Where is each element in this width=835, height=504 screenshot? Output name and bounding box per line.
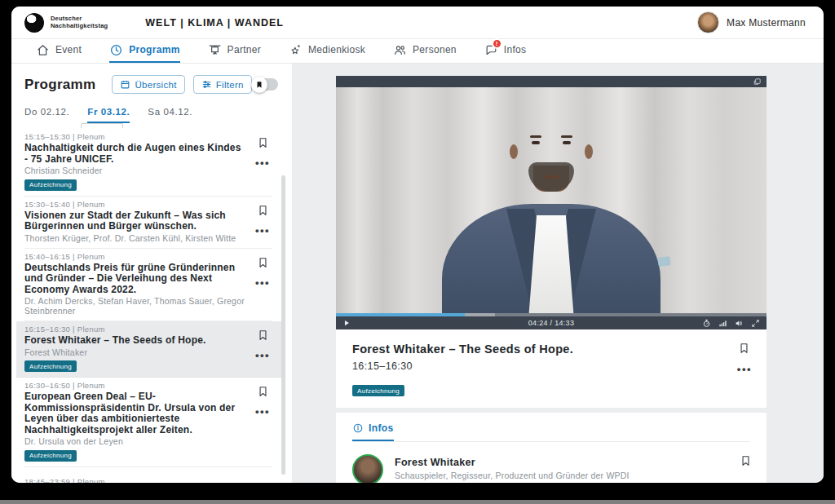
recording-badge: Aufzeichnung — [24, 360, 77, 372]
clock-icon — [109, 43, 123, 57]
item-meta: 15:30–15:40 | Plenum — [24, 200, 245, 210]
more-options-button[interactable]: ••• — [255, 228, 270, 233]
speaker-name: Forest Whitaker — [395, 457, 630, 468]
item-speakers: Dr. Ursula von der Leyen — [24, 436, 245, 446]
speaker-face — [514, 105, 589, 190]
program-list: 15:15–15:30 | Plenum Nachhaltigkeit durc… — [24, 123, 272, 483]
scrolled-item-remnant — [24, 123, 272, 129]
more-options-button[interactable]: ••• — [255, 409, 270, 414]
item-title: Visionen zur Stadt der Zukunft – Was sic… — [24, 210, 245, 232]
logo-text: Deutscher Nachhaltigkeitstag — [51, 15, 108, 29]
item-speakers: Dr. Achim Dercks, Stefan Haver, Thomas S… — [24, 296, 245, 316]
quality-bars-icon[interactable] — [718, 319, 727, 328]
main-nav: Event Programm Partner Medienkiosk Perso… — [11, 39, 824, 64]
program-item[interactable]: 15:15–15:30 | Plenum Nachhaltigkeit durc… — [24, 129, 272, 197]
people-icon — [393, 43, 407, 57]
tab-session-infos[interactable]: Infos — [352, 422, 394, 441]
speaker-avatar[interactable] — [352, 454, 383, 483]
app-window: Deutscher Nachhaltigkeitstag WELT | KLIM… — [11, 7, 824, 483]
popout-icon[interactable] — [753, 77, 762, 86]
recording-badge: Aufzeichnung — [24, 179, 77, 191]
date-tab-fr[interactable]: Fr 03.12. — [87, 107, 130, 123]
filter-button[interactable]: Filtern — [193, 75, 252, 94]
tab-label: Medienkiosk — [308, 44, 365, 55]
item-speakers: Thorsten Krüger, Prof. Dr. Carsten Kühl,… — [24, 233, 245, 243]
video-player[interactable]: 04:24 / 14:33 — [336, 76, 767, 329]
tab-event[interactable]: Event — [36, 39, 82, 63]
program-item-selected[interactable]: 16:15–16:30 | Plenum Forest Whitaker – T… — [16, 321, 284, 378]
dnt-logo-icon — [24, 13, 44, 33]
detail-tabs: Infos — [352, 413, 750, 442]
program-item[interactable]: 16:30–16:50 | Plenum European Green Deal… — [24, 378, 272, 467]
app-header: Deutscher Nachhaltigkeitstag WELT | KLIM… — [11, 7, 824, 39]
session-title: Forest Whitaker – The Seeds of Hope. — [352, 343, 750, 356]
session-card: Forest Whitaker – The Seeds of Hope. 16:… — [336, 329, 767, 408]
recording-badge: Aufzeichnung — [352, 385, 404, 396]
play-button[interactable] — [342, 319, 351, 327]
sidebar-scrollbar[interactable] — [281, 175, 285, 475]
event-title: WELT | KLIMA | WANDEL — [145, 17, 284, 29]
info-circle-icon — [352, 422, 364, 434]
bookmark-icon — [255, 80, 263, 90]
date-tab-sa[interactable]: Sa 04.12. — [148, 107, 192, 123]
program-item[interactable]: 15:30–15:40 | Plenum Visionen zur Stadt … — [24, 197, 272, 249]
bookmark-icon[interactable] — [257, 480, 269, 484]
toggle-knob — [251, 77, 267, 93]
session-time: 16:15–16:30 — [352, 360, 750, 372]
more-options-button[interactable]: ••• — [255, 353, 270, 358]
tab-label: Personen — [413, 44, 457, 55]
bookmark-icon[interactable] — [257, 384, 269, 399]
home-icon — [36, 43, 50, 57]
recording-badge: Aufzeichnung — [24, 450, 77, 462]
playback-speed-icon[interactable] — [702, 319, 711, 328]
item-title: Nachhaltigkeit durch die Augen eines Kin… — [24, 143, 245, 165]
logo-line2: Nachhaltigkeitstag — [51, 23, 108, 30]
more-options-button[interactable]: ••• — [255, 281, 270, 285]
notification-badge: ! — [492, 38, 502, 49]
screen-edge — [0, 500, 835, 504]
tab-programm[interactable]: Programm — [109, 39, 179, 63]
item-title: Deutschlands Preis für grüne Gründerinne… — [24, 263, 245, 296]
date-tab-do[interactable]: Do 02.12. — [24, 107, 69, 123]
user-menu[interactable]: Max Mustermann — [697, 11, 806, 33]
more-options-button[interactable]: ••• — [737, 367, 752, 372]
fullscreen-icon[interactable] — [751, 319, 760, 328]
video-topbar — [336, 76, 767, 87]
tab-label: Event — [55, 44, 82, 55]
user-avatar[interactable] — [697, 11, 719, 33]
speaker-role: Schauspieler, Regisseur, Produzent und G… — [395, 471, 630, 480]
date-tabs: Do 02.12. Fr 03.12. Sa 04.12. — [24, 107, 272, 123]
tab-label: Infos — [504, 44, 527, 55]
bookmark-icon[interactable] — [257, 328, 269, 343]
bookmark-icon[interactable] — [257, 203, 269, 218]
main-content: 04:24 / 14:33 Forest Whitaker – The Seed… — [336, 76, 767, 483]
item-title: European Green Deal – EU-Kommissionspräs… — [24, 391, 245, 435]
tab-infos[interactable]: ! Infos — [484, 39, 527, 63]
tab-label: Programm — [129, 44, 179, 55]
program-item[interactable]: 18:45–23:59 | Plenum Deutscher Nachhalti… — [24, 467, 272, 484]
session-details: Infos Forest Whitaker Schauspieler, Regi… — [336, 413, 767, 483]
presentation-icon — [208, 43, 222, 57]
program-item[interactable]: 15:40–16:15 | Plenum Deutschlands Preis … — [24, 249, 272, 322]
item-meta: 15:15–15:30 | Plenum — [24, 132, 245, 142]
sidebar-title: Programm — [24, 77, 95, 93]
item-meta: 18:45–23:59 | Plenum — [24, 477, 245, 484]
tab-partner[interactable]: Partner — [208, 39, 261, 63]
tab-medienkiosk[interactable]: Medienkiosk — [289, 39, 365, 63]
bookmark-icon[interactable] — [740, 453, 752, 468]
overview-button[interactable]: Übersicht — [112, 75, 184, 94]
sparkle-star-icon — [289, 43, 303, 57]
item-meta: 16:15–16:30 | Plenum — [24, 325, 245, 334]
user-name: Max Mustermann — [727, 17, 806, 29]
bookmark-icon[interactable] — [738, 341, 750, 356]
bookmark-icon[interactable] — [257, 255, 269, 270]
bookmark-filter-toggle[interactable] — [252, 78, 278, 91]
tab-personen[interactable]: Personen — [393, 39, 457, 63]
video-controls: 04:24 / 14:33 — [336, 316, 767, 329]
item-title: Forest Whitaker – The Seeds of Hope. — [24, 335, 245, 347]
more-options-button[interactable]: ••• — [255, 161, 270, 166]
speaker-row[interactable]: Forest Whitaker Schauspieler, Regisseur,… — [352, 442, 750, 483]
video-frame[interactable] — [336, 87, 767, 313]
volume-icon[interactable] — [735, 319, 744, 328]
bookmark-icon[interactable] — [257, 135, 269, 150]
